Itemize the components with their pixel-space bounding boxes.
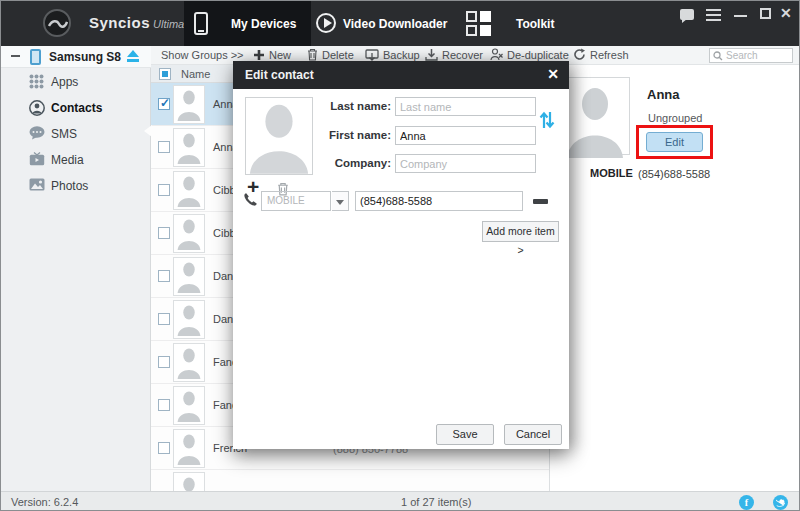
swap-names-icon[interactable]: [539, 110, 555, 134]
row-checkbox[interactable]: [158, 356, 170, 368]
trash-icon: [307, 48, 318, 61]
row-checkbox[interactable]: [158, 399, 170, 411]
contacts-icon: [29, 100, 45, 116]
device-row[interactable]: Samsung S8: [1, 46, 151, 68]
apps-grid-icon: [29, 74, 44, 89]
titlebar: Syncios Ultimate My Devices Video Downlo…: [1, 1, 800, 46]
contact-avatar: [173, 343, 205, 382]
phone-handset-icon: [243, 192, 258, 211]
item-count: 1 of 27 item(s): [401, 496, 471, 508]
contact-avatar: [173, 429, 205, 468]
red-highlight-box: Edit: [636, 125, 713, 159]
row-checkbox[interactable]: [158, 442, 170, 454]
device-tab-icon: [194, 12, 208, 35]
contact-avatar: [173, 214, 205, 253]
cancel-button[interactable]: Cancel: [504, 424, 562, 445]
contact-avatar: [173, 300, 205, 339]
twitter-icon[interactable]: [773, 495, 788, 510]
sidebar: Samsung S8 Apps Contacts SMS Media Photo…: [1, 46, 151, 491]
version-label: Version: 6.2.4: [11, 496, 78, 508]
feedback-icon[interactable]: [680, 9, 694, 20]
first-name-label: First name:: [293, 129, 391, 141]
phone-number-field[interactable]: [355, 191, 523, 211]
dialog-title: Edit contact: [245, 68, 314, 82]
contact-avatar: [173, 257, 205, 296]
plus-icon: [253, 49, 265, 61]
sidebar-item-contacts[interactable]: Contacts: [1, 95, 151, 121]
contact-avatar: [173, 85, 205, 124]
contact-detail-panel: Anna Ungrouped Edit MOBILE (854)688-5588: [549, 65, 800, 491]
detail-group: Ungrouped: [648, 112, 702, 124]
brand-name: Syncios: [89, 14, 150, 31]
row-checkbox[interactable]: [158, 227, 170, 239]
remove-phone-icon[interactable]: [533, 199, 548, 204]
phone-type-select[interactable]: MOBILE: [261, 191, 331, 211]
contact-avatar: [173, 472, 205, 491]
contact-row-partial[interactable]: [151, 470, 549, 491]
toolkit-grid-icon: [466, 11, 492, 37]
syncios-window: Syncios Ultimate My Devices Video Downlo…: [0, 0, 800, 511]
row-checkbox[interactable]: [158, 184, 170, 196]
sidebar-item-media[interactable]: Media: [1, 147, 151, 173]
device-phone-icon: [30, 49, 41, 65]
row-checkbox[interactable]: [158, 141, 170, 153]
show-groups-toggle[interactable]: Show Groups >>: [161, 46, 244, 65]
search-input[interactable]: [726, 49, 790, 62]
edit-button[interactable]: Edit: [646, 132, 703, 152]
dialog-header: Edit contact ✕: [233, 61, 569, 89]
syncios-logo-icon: [43, 9, 71, 37]
facebook-icon[interactable]: f: [739, 495, 754, 510]
device-name: Samsung S8: [49, 50, 121, 64]
contact-avatar: [173, 386, 205, 425]
photos-icon: [29, 178, 45, 191]
sidebar-item-apps[interactable]: Apps: [1, 69, 151, 95]
contact-avatar: [173, 128, 205, 167]
select-all-checkbox[interactable]: [159, 68, 171, 80]
dialog-close-icon[interactable]: ✕: [547, 66, 559, 82]
media-tv-icon: [29, 152, 45, 166]
last-name-field[interactable]: [395, 97, 536, 116]
save-button[interactable]: Save: [436, 424, 494, 445]
row-checkbox[interactable]: [158, 270, 170, 282]
company-field[interactable]: [395, 154, 536, 173]
maximize-button[interactable]: [760, 8, 771, 19]
refresh-button[interactable]: Refresh: [573, 46, 629, 65]
refresh-icon: [573, 48, 586, 61]
dedup-person-icon: [490, 48, 503, 61]
sidebar-item-sms[interactable]: SMS: [1, 121, 151, 147]
eject-icon[interactable]: [125, 48, 141, 64]
detail-contact-name: Anna: [647, 87, 680, 102]
statusbar: Version: 6.2.4 1 of 27 item(s) f: [1, 491, 800, 511]
first-name-field[interactable]: [395, 126, 536, 145]
detail-phone-type: MOBILE: [590, 167, 633, 179]
contact-avatar: [173, 171, 205, 210]
close-button[interactable]: ✕: [780, 4, 792, 22]
sms-icon: [29, 126, 45, 140]
phone-type-dropdown-icon[interactable]: [332, 191, 349, 211]
last-name-label: Last name:: [293, 100, 391, 112]
row-checkbox[interactable]: [158, 313, 170, 325]
selection-notch: [144, 125, 152, 137]
backup-icon: [365, 49, 379, 61]
sidebar-item-photos[interactable]: Photos: [1, 173, 151, 199]
tab-my-devices[interactable]: My Devices: [184, 1, 311, 46]
recover-icon: [425, 48, 438, 61]
search-icon: [713, 51, 723, 61]
detail-avatar: [560, 77, 630, 155]
minimize-button[interactable]: [734, 9, 747, 21]
company-label: Company:: [293, 157, 391, 169]
detail-phone-value: (854)688-5588: [638, 168, 710, 180]
edit-contact-dialog: Edit contact ✕ + Last name: First name: …: [233, 61, 569, 449]
row-checkbox[interactable]: ✓: [158, 98, 170, 110]
search-input-wrap: [709, 48, 793, 63]
name-column-header: Name: [181, 68, 210, 80]
tab-video-downloader[interactable]: Video Downloader: [311, 1, 453, 46]
play-icon: [316, 13, 336, 33]
tab-toolkit[interactable]: Toolkit: [453, 1, 583, 46]
add-more-item-button[interactable]: Add more item >: [482, 221, 559, 242]
menu-icon[interactable]: [706, 9, 721, 21]
collapse-icon[interactable]: [11, 55, 20, 57]
